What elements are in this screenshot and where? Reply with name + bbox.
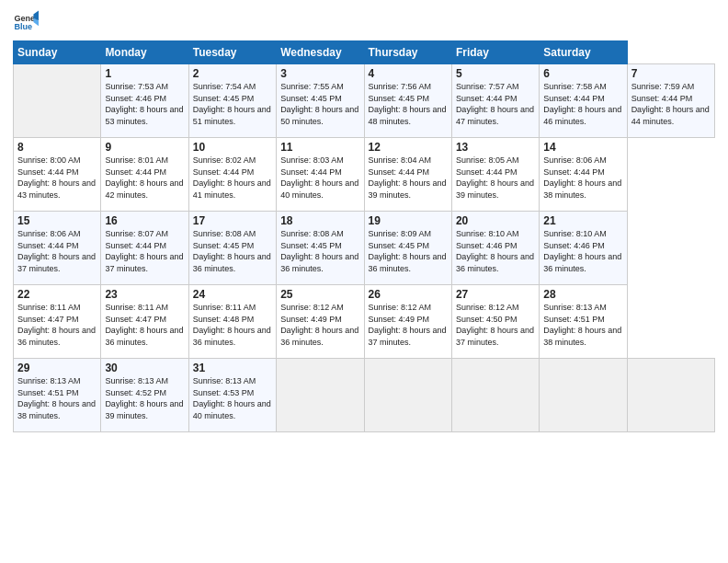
- day-info: Sunrise: 8:13 AMSunset: 4:51 PMDaylight:…: [17, 375, 97, 421]
- day-number: 16: [105, 214, 184, 227]
- day-info: Sunrise: 8:13 AMSunset: 4:52 PMDaylight:…: [105, 375, 184, 421]
- day-cell: 14Sunrise: 8:06 AMSunset: 4:44 PMDayligh…: [540, 138, 627, 212]
- day-cell: 20Sunrise: 8:10 AMSunset: 4:46 PMDayligh…: [451, 212, 539, 285]
- header-row: SundayMondayTuesdayWednesdayThursdayFrid…: [14, 41, 715, 64]
- header-cell-wednesday: Wednesday: [277, 41, 364, 64]
- day-number: 1: [105, 67, 184, 80]
- day-cell: 21Sunrise: 8:10 AMSunset: 4:46 PMDayligh…: [540, 212, 627, 285]
- day-number: 25: [280, 288, 359, 301]
- day-number: 14: [543, 141, 622, 154]
- day-cell: [540, 359, 627, 432]
- day-cell: 4Sunrise: 7:56 AMSunset: 4:45 PMDaylight…: [364, 64, 451, 138]
- header-cell-thursday: Thursday: [364, 41, 451, 64]
- day-cell: 13Sunrise: 8:05 AMSunset: 4:44 PMDayligh…: [451, 138, 539, 212]
- day-info: Sunrise: 8:05 AMSunset: 4:44 PMDaylight:…: [456, 155, 535, 201]
- day-info: Sunrise: 7:53 AMSunset: 4:46 PMDaylight:…: [105, 81, 184, 127]
- day-number: 18: [280, 214, 359, 227]
- day-cell: 30Sunrise: 8:13 AMSunset: 4:52 PMDayligh…: [101, 359, 188, 432]
- day-info: Sunrise: 7:55 AMSunset: 4:45 PMDaylight:…: [280, 81, 359, 127]
- day-number: 7: [631, 67, 711, 80]
- day-cell: 12Sunrise: 8:04 AMSunset: 4:44 PMDayligh…: [364, 138, 451, 212]
- day-cell: [277, 359, 364, 432]
- day-info: Sunrise: 8:12 AMSunset: 4:49 PMDaylight:…: [369, 302, 448, 348]
- week-row-1: 1Sunrise: 7:53 AMSunset: 4:46 PMDaylight…: [14, 64, 715, 138]
- day-number: 22: [17, 288, 97, 301]
- day-info: Sunrise: 8:00 AMSunset: 4:44 PMDaylight:…: [17, 155, 97, 201]
- day-info: Sunrise: 8:12 AMSunset: 4:49 PMDaylight:…: [280, 302, 359, 348]
- day-info: Sunrise: 8:13 AMSunset: 4:51 PMDaylight:…: [543, 302, 622, 348]
- day-cell: 6Sunrise: 7:58 AMSunset: 4:44 PMDaylight…: [540, 64, 627, 138]
- day-cell: 26Sunrise: 8:12 AMSunset: 4:49 PMDayligh…: [364, 285, 451, 359]
- day-cell: 25Sunrise: 8:12 AMSunset: 4:49 PMDayligh…: [277, 285, 364, 359]
- day-info: Sunrise: 8:03 AMSunset: 4:44 PMDaylight:…: [280, 155, 359, 201]
- day-cell: 29Sunrise: 8:13 AMSunset: 4:51 PMDayligh…: [14, 359, 101, 432]
- day-info: Sunrise: 7:54 AMSunset: 4:45 PMDaylight:…: [193, 81, 272, 127]
- day-info: Sunrise: 8:09 AMSunset: 4:45 PMDaylight:…: [369, 228, 448, 274]
- day-info: Sunrise: 7:59 AMSunset: 4:44 PMDaylight:…: [631, 81, 711, 127]
- day-number: 31: [193, 362, 272, 374]
- day-cell: 28Sunrise: 8:13 AMSunset: 4:51 PMDayligh…: [540, 285, 627, 359]
- day-cell: 18Sunrise: 8:08 AMSunset: 4:45 PMDayligh…: [277, 212, 364, 285]
- week-row-2: 8Sunrise: 8:00 AMSunset: 4:44 PMDaylight…: [14, 138, 715, 212]
- day-cell: 31Sunrise: 8:13 AMSunset: 4:53 PMDayligh…: [188, 359, 276, 432]
- day-number: 27: [456, 288, 535, 301]
- day-cell: 5Sunrise: 7:57 AMSunset: 4:44 PMDaylight…: [451, 64, 539, 138]
- svg-text:Blue: Blue: [14, 22, 32, 31]
- header-cell-friday: Friday: [451, 41, 539, 64]
- day-number: 13: [456, 141, 535, 154]
- day-number: 23: [105, 288, 184, 301]
- day-cell: 23Sunrise: 8:11 AMSunset: 4:47 PMDayligh…: [101, 285, 188, 359]
- day-info: Sunrise: 8:10 AMSunset: 4:46 PMDaylight:…: [543, 228, 622, 274]
- week-row-4: 22Sunrise: 8:11 AMSunset: 4:47 PMDayligh…: [14, 285, 715, 359]
- day-cell: 16Sunrise: 8:07 AMSunset: 4:44 PMDayligh…: [101, 212, 188, 285]
- header-cell-tuesday: Tuesday: [188, 41, 276, 64]
- day-number: 28: [543, 288, 622, 301]
- day-cell: 2Sunrise: 7:54 AMSunset: 4:45 PMDaylight…: [188, 64, 276, 138]
- day-cell: 8Sunrise: 8:00 AMSunset: 4:44 PMDaylight…: [14, 138, 101, 212]
- week-row-3: 15Sunrise: 8:06 AMSunset: 4:44 PMDayligh…: [14, 212, 715, 285]
- day-cell: [451, 359, 539, 432]
- day-info: Sunrise: 7:58 AMSunset: 4:44 PMDaylight:…: [543, 81, 622, 127]
- day-number: 19: [369, 214, 448, 227]
- day-number: 2: [193, 67, 272, 80]
- day-info: Sunrise: 8:13 AMSunset: 4:53 PMDaylight:…: [193, 375, 272, 421]
- logo-icon: General Blue: [13, 9, 39, 35]
- day-cell: 15Sunrise: 8:06 AMSunset: 4:44 PMDayligh…: [14, 212, 101, 285]
- day-cell: 27Sunrise: 8:12 AMSunset: 4:50 PMDayligh…: [451, 285, 539, 359]
- day-number: 5: [456, 67, 535, 80]
- day-number: 6: [543, 67, 622, 80]
- page-container: General Blue SundayMondayTuesdayWednesda…: [0, 0, 728, 442]
- day-number: 12: [369, 141, 448, 154]
- day-number: 26: [369, 288, 448, 301]
- calendar-table: SundayMondayTuesdayWednesdayThursdayFrid…: [13, 40, 715, 432]
- empty-cell: [14, 64, 101, 138]
- day-number: 4: [369, 67, 448, 80]
- day-number: 17: [193, 214, 272, 227]
- day-cell: 3Sunrise: 7:55 AMSunset: 4:45 PMDaylight…: [277, 64, 364, 138]
- day-info: Sunrise: 8:01 AMSunset: 4:44 PMDaylight:…: [105, 155, 184, 201]
- day-info: Sunrise: 8:12 AMSunset: 4:50 PMDaylight:…: [456, 302, 535, 348]
- day-number: 3: [280, 67, 359, 80]
- header: General Blue: [13, 9, 715, 35]
- day-info: Sunrise: 8:08 AMSunset: 4:45 PMDaylight:…: [280, 228, 359, 274]
- day-number: 21: [543, 214, 622, 227]
- day-number: 11: [280, 141, 359, 154]
- day-cell: 1Sunrise: 7:53 AMSunset: 4:46 PMDaylight…: [101, 64, 188, 138]
- header-cell-monday: Monday: [101, 41, 188, 64]
- day-info: Sunrise: 8:08 AMSunset: 4:45 PMDaylight:…: [193, 228, 272, 274]
- day-number: 24: [193, 288, 272, 301]
- day-info: Sunrise: 8:06 AMSunset: 4:44 PMDaylight:…: [17, 228, 97, 274]
- header-cell-sunday: Sunday: [14, 41, 101, 64]
- day-number: 30: [105, 362, 184, 374]
- day-cell: 17Sunrise: 8:08 AMSunset: 4:45 PMDayligh…: [188, 212, 276, 285]
- day-cell: 9Sunrise: 8:01 AMSunset: 4:44 PMDaylight…: [101, 138, 188, 212]
- logo: General Blue: [13, 9, 39, 35]
- day-cell: 22Sunrise: 8:11 AMSunset: 4:47 PMDayligh…: [14, 285, 101, 359]
- day-cell: 19Sunrise: 8:09 AMSunset: 4:45 PMDayligh…: [364, 212, 451, 285]
- day-cell: [627, 359, 714, 432]
- day-info: Sunrise: 8:10 AMSunset: 4:46 PMDaylight:…: [456, 228, 535, 274]
- day-info: Sunrise: 8:11 AMSunset: 4:47 PMDaylight:…: [17, 302, 97, 348]
- day-cell: 11Sunrise: 8:03 AMSunset: 4:44 PMDayligh…: [277, 138, 364, 212]
- day-number: 20: [456, 214, 535, 227]
- day-info: Sunrise: 8:11 AMSunset: 4:47 PMDaylight:…: [105, 302, 184, 348]
